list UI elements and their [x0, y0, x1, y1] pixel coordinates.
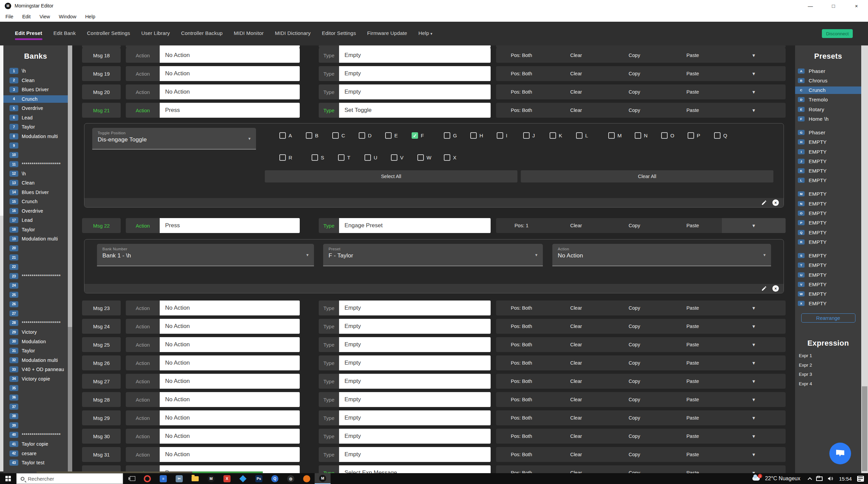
close-button[interactable]: ×: [845, 0, 868, 12]
type-input[interactable]: Empty: [339, 66, 491, 81]
paste-button[interactable]: Paste: [664, 84, 722, 99]
action-input[interactable]: [160, 45, 300, 48]
expand-caret-icon[interactable]: ▼: [722, 465, 786, 473]
paste-button[interactable]: Paste: [664, 337, 722, 352]
paste-button[interactable]: Paste: [664, 429, 722, 444]
edit-pencil-icon[interactable]: [761, 200, 767, 206]
expand-caret-icon[interactable]: ▼: [722, 66, 786, 81]
menu-item[interactable]: Help: [85, 14, 95, 19]
nav-tab[interactable]: Controller Backup: [181, 28, 223, 39]
preset-toggle-option[interactable]: B: [306, 132, 326, 139]
type-input[interactable]: Select Exp Message: [339, 465, 491, 473]
bank-list-item[interactable]: 9: [3, 142, 68, 149]
checkbox-icon[interactable]: [332, 132, 339, 139]
copy-button[interactable]: Copy: [605, 355, 664, 370]
bank-list-item[interactable]: 14 Blues Driver: [3, 189, 68, 196]
clear-button[interactable]: Clear: [547, 355, 605, 370]
action-input[interactable]: No Action: [160, 337, 300, 352]
expand-caret-icon[interactable]: ▼: [722, 392, 786, 407]
menu-item[interactable]: Window: [59, 14, 77, 19]
message-number-chip[interactable]: Msg 21: [82, 103, 121, 118]
preset-toggle-option[interactable]: U: [364, 154, 384, 161]
checkbox-icon[interactable]: [279, 132, 286, 139]
action-input[interactable]: No Action: [160, 374, 300, 389]
checkbox-icon[interactable]: [470, 132, 477, 139]
checkbox-icon[interactable]: [306, 132, 312, 139]
edit-pencil-icon[interactable]: [761, 286, 767, 291]
copy-button[interactable]: Copy: [605, 66, 664, 81]
type-input[interactable]: Empty: [339, 392, 491, 407]
position-indicator[interactable]: Pos: Both: [496, 392, 547, 407]
checkbox-icon[interactable]: [608, 132, 615, 139]
nav-tab[interactable]: MIDI Monitor: [234, 28, 264, 39]
weather-text[interactable]: 22°C Nuageux: [765, 476, 800, 482]
preset-toggle-option[interactable]: K: [550, 132, 569, 139]
nav-tab[interactable]: Edit Preset: [15, 28, 42, 39]
clear-button[interactable]: Clear: [547, 465, 605, 473]
bank-list-item[interactable]: 17 Lead: [3, 216, 68, 224]
bank-list-item[interactable]: 3 Blues Driver: [3, 86, 68, 93]
bank-list-item[interactable]: 13 Clean: [3, 179, 68, 187]
preset-list-item[interactable]: I EMPTY: [795, 148, 861, 155]
action-input[interactable]: No Action: [160, 447, 300, 462]
clear-button[interactable]: Clear: [547, 66, 605, 81]
checkbox-icon[interactable]: [576, 132, 583, 139]
paste-button[interactable]: Paste: [664, 66, 722, 81]
action-input[interactable]: No Action: [160, 429, 300, 444]
type-input[interactable]: Empty: [339, 410, 491, 425]
disconnect-button[interactable]: Disconnect: [822, 29, 853, 38]
position-indicator[interactable]: Pos: Both: [496, 84, 547, 99]
copy-button[interactable]: Copy: [605, 447, 664, 462]
taskbar-clock[interactable]: 15:54: [839, 476, 852, 482]
action-dropdown[interactable]: Action No Action ▾: [552, 244, 771, 266]
type-input[interactable]: Empty: [339, 429, 491, 444]
message-number-chip[interactable]: Msg 19: [82, 66, 121, 81]
bank-list-item[interactable]: 33 V40 + OD panneau: [3, 366, 68, 373]
position-indicator[interactable]: [496, 45, 547, 48]
preset-toggle-option[interactable]: L: [576, 132, 596, 139]
message-number-chip[interactable]: Msg 29: [82, 410, 121, 425]
preset-toggle-option[interactable]: X: [444, 154, 463, 161]
message-number-chip[interactable]: Msg 26: [82, 355, 121, 370]
type-input[interactable]: Empty: [339, 447, 491, 462]
nav-tab[interactable]: User Library: [141, 28, 170, 39]
bank-list-item[interactable]: 16 Overdrive: [3, 207, 68, 215]
preset-toggle-option[interactable]: V: [391, 154, 411, 161]
bank-list-item[interactable]: 38: [3, 412, 68, 420]
bank-list-item[interactable]: 29 Victory: [3, 328, 68, 336]
message-number-chip[interactable]: Msg 22: [82, 218, 121, 233]
paste-button[interactable]: Paste: [664, 218, 722, 233]
position-indicator[interactable]: Pos: Both: [496, 103, 547, 118]
bank-list-item[interactable]: 8 Modulation multi: [3, 133, 68, 140]
clear-button[interactable]: Clear: [547, 301, 605, 315]
copy-button[interactable]: Copy: [605, 84, 664, 99]
bank-list-item[interactable]: 31 Taylor: [3, 347, 68, 354]
position-indicator[interactable]: Pos: Both: [496, 355, 547, 370]
nav-tab[interactable]: MIDI Dictionary: [275, 28, 311, 39]
copy-button[interactable]: Copy: [605, 48, 664, 63]
paste-button[interactable]: Paste: [664, 447, 722, 462]
preset-toggle-option[interactable]: N: [635, 132, 654, 139]
preset-dropdown[interactable]: Preset F - Taylor ▾: [323, 244, 543, 266]
scrollbar-thumb[interactable]: [68, 327, 72, 473]
preset-list-item[interactable]: B Chrorus: [795, 77, 861, 84]
clear-button[interactable]: Clear: [547, 103, 605, 118]
clear-button[interactable]: Clear: [547, 429, 605, 444]
task-view-button[interactable]: [126, 473, 139, 484]
copy-button[interactable]: Copy: [605, 319, 664, 334]
action-input[interactable]: No Action: [160, 392, 300, 407]
expand-caret-icon[interactable]: ▼: [722, 374, 786, 389]
paste-button[interactable]: Paste: [664, 410, 722, 425]
preset-list-item[interactable]: X EMPTY: [795, 300, 861, 307]
expand-caret-icon[interactable]: ▼: [722, 84, 786, 99]
bank-number-dropdown[interactable]: Bank Number Bank 1 - \h ▾: [97, 244, 314, 266]
message-number-chip[interactable]: Msg 30: [82, 429, 121, 444]
expand-caret-icon[interactable]: ▼: [722, 218, 786, 233]
minimize-button[interactable]: —: [799, 0, 822, 12]
preset-toggle-option[interactable]: Q: [714, 132, 734, 139]
bank-list-item[interactable]: 36: [3, 394, 68, 401]
preset-list-item[interactable]: Q EMPTY: [795, 229, 861, 236]
support-chat-button[interactable]: [829, 443, 851, 464]
preset-list-item[interactable]: K EMPTY: [795, 167, 861, 175]
select-all-button[interactable]: Select All: [265, 170, 517, 182]
